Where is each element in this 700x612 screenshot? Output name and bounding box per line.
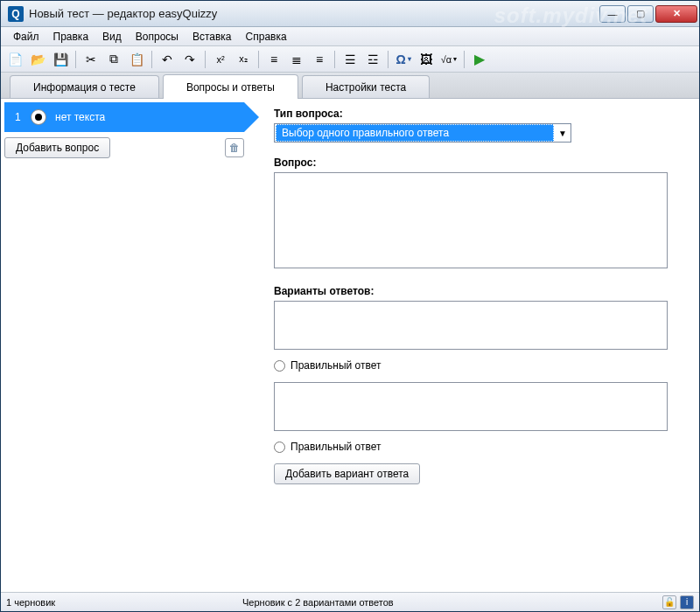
question-item-1[interactable]: 1 нет текста — [4, 102, 244, 132]
menu-file[interactable]: Файл — [6, 29, 46, 45]
symbol-icon[interactable]: Ω▾ — [393, 49, 414, 70]
answer-2-correct-label: Правильный ответ — [290, 441, 382, 453]
status-bar: 1 черновик Черновик с 2 вариантами ответ… — [1, 592, 699, 611]
tabs-row: Информация о тесте Вопросы и ответы Наст… — [1, 73, 699, 99]
list-bullet-icon[interactable]: ☲ — [362, 49, 383, 70]
tab-settings[interactable]: Настройки теста — [302, 75, 430, 98]
separator — [258, 51, 259, 68]
paste-icon[interactable]: 📋 — [126, 49, 147, 70]
menu-bar: Файл Правка Вид Вопросы Вставка Справка — [1, 27, 699, 46]
delete-question-icon[interactable]: 🗑 — [225, 138, 244, 157]
undo-icon[interactable]: ↶ — [157, 49, 178, 70]
app-icon: Q — [8, 6, 24, 22]
question-type-value: Выбор одного правильного ответа — [276, 124, 554, 142]
answer-1-correct-radio[interactable] — [274, 360, 285, 372]
chevron-down-icon[interactable]: ▼ — [555, 129, 570, 138]
maximize-button[interactable]: ▢ — [627, 5, 654, 23]
separator — [75, 51, 76, 68]
question-editor-pane: Тип вопроса: Выбор одного правильного от… — [248, 99, 699, 592]
app-window: Q Новый тест — редактор easyQuizzy — ▢ ✕… — [0, 0, 700, 612]
align-center-icon[interactable]: ≣ — [286, 49, 307, 70]
align-right-icon[interactable]: ≡ — [309, 49, 330, 70]
superscript-icon[interactable]: x² — [210, 49, 231, 70]
window-title: Новый тест — редактор easyQuizzy — [29, 7, 599, 20]
question-list-pane: 1 нет текста Добавить вопрос 🗑 — [1, 99, 248, 592]
add-answer-button[interactable]: Добавить вариант ответа — [274, 463, 420, 484]
menu-edit[interactable]: Правка — [46, 29, 96, 45]
cut-icon[interactable]: ✂ — [80, 49, 102, 70]
toolbar: 📄 📂 💾 ✂ ⧉ 📋 ↶ ↷ x² x₂ ≡ ≣ ≡ ☰ ☲ Ω▾ 🖼 √α▾… — [1, 46, 699, 73]
status-left: 1 черновик — [6, 597, 242, 608]
menu-insert[interactable]: Вставка — [186, 29, 239, 45]
answer-2-correct-radio[interactable] — [274, 442, 285, 453]
new-icon[interactable]: 📄 — [4, 49, 25, 70]
answer-2-correct-row[interactable]: Правильный ответ — [274, 441, 682, 453]
run-icon[interactable]: ▶ — [469, 49, 490, 70]
separator — [464, 51, 465, 68]
redo-icon[interactable]: ↷ — [179, 49, 200, 70]
answer-2-textarea[interactable] — [274, 382, 668, 431]
content-area: 1 нет текста Добавить вопрос 🗑 Тип вопро… — [1, 99, 699, 592]
status-center: Черновик с 2 вариантами ответов — [242, 597, 662, 608]
formula-icon[interactable]: √α▾ — [438, 49, 459, 70]
separator — [151, 51, 152, 68]
question-number: 1 — [15, 111, 31, 123]
answers-label: Варианты ответов: — [274, 285, 682, 297]
lock-icon[interactable]: 🔓 — [662, 595, 676, 609]
answer-1-textarea[interactable] — [274, 301, 668, 350]
copy-icon[interactable]: ⧉ — [103, 49, 124, 70]
add-question-button[interactable]: Добавить вопрос — [4, 137, 110, 158]
list-numbered-icon[interactable]: ☰ — [340, 49, 360, 70]
title-bar: Q Новый тест — редактор easyQuizzy — ▢ ✕… — [1, 1, 699, 27]
tab-questions[interactable]: Вопросы и ответы — [163, 74, 298, 99]
question-label: Вопрос: — [274, 156, 682, 169]
question-textarea[interactable] — [274, 172, 668, 268]
separator — [205, 51, 206, 68]
type-label: Тип вопроса: — [274, 108, 682, 120]
save-icon[interactable]: 💾 — [50, 49, 71, 70]
separator — [334, 51, 335, 68]
answer-1-correct-row[interactable]: Правильный ответ — [274, 359, 682, 372]
close-button[interactable]: ✕ — [655, 5, 697, 23]
question-item-label: нет текста — [55, 111, 105, 123]
open-icon[interactable]: 📂 — [27, 49, 48, 70]
info-icon[interactable]: i — [680, 595, 694, 609]
radio-icon — [31, 109, 46, 125]
menu-questions[interactable]: Вопросы — [129, 29, 186, 45]
tab-info[interactable]: Информация о тесте — [10, 75, 159, 98]
separator — [388, 51, 388, 68]
minimize-button[interactable]: — — [599, 5, 626, 23]
subscript-icon[interactable]: x₂ — [233, 49, 254, 70]
question-type-select[interactable]: Выбор одного правильного ответа ▼ — [274, 123, 571, 143]
menu-help[interactable]: Справка — [239, 29, 294, 45]
menu-view[interactable]: Вид — [95, 29, 129, 45]
image-icon[interactable]: 🖼 — [416, 49, 437, 70]
align-left-icon[interactable]: ≡ — [263, 49, 284, 70]
answer-1-correct-label: Правильный ответ — [290, 359, 382, 372]
